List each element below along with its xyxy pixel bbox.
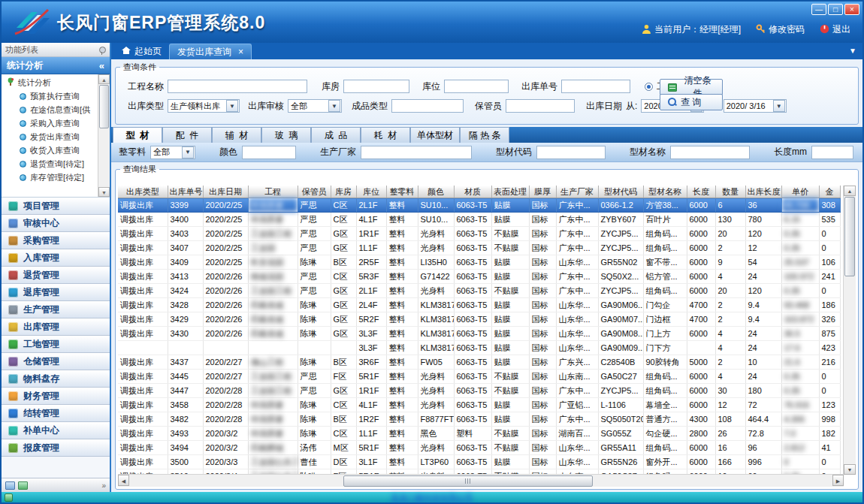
sidebar-section-statistics[interactable]: 统计分析 « bbox=[2, 57, 110, 74]
minimize-button[interactable]: — bbox=[811, 4, 826, 15]
column-header[interactable]: 整零料 bbox=[386, 186, 418, 198]
scroll-thumb[interactable] bbox=[99, 85, 109, 128]
table-row[interactable]: 调拨出库34002020/2/25华润原著严思C区4L1F整料SU10...60… bbox=[118, 213, 840, 227]
scroll-thumb[interactable] bbox=[844, 197, 855, 276]
scroll-up-icon[interactable]: ▲ bbox=[844, 186, 856, 196]
table-row[interactable]: 调拨出库34822020/2/28华润原著陈琳B区1R2F整料F8877FT60… bbox=[118, 412, 840, 427]
vertical-scrollbar[interactable]: ▲ ▼ bbox=[843, 186, 856, 475]
tab-close-icon[interactable]: × bbox=[238, 47, 243, 56]
column-header[interactable]: 数量 bbox=[715, 186, 745, 198]
table-row[interactable]: 调拨出库34292020/2/26石碣名城陈琳G区5R2F整料KLM381760… bbox=[118, 312, 840, 327]
column-header[interactable]: 膜厚 bbox=[529, 186, 556, 198]
close-button[interactable]: × bbox=[844, 4, 859, 15]
column-header[interactable]: 保管员 bbox=[298, 186, 331, 198]
material-tab[interactable]: 配 件 bbox=[162, 127, 212, 143]
out-type-select[interactable]: 生产领料出库 ▼ bbox=[168, 99, 240, 113]
tree-root[interactable]: 统计分析 bbox=[2, 76, 110, 89]
sidebar-item-出库管理[interactable]: 出库管理 bbox=[2, 318, 110, 336]
column-header[interactable]: 工程 bbox=[248, 186, 298, 198]
location-input[interactable] bbox=[444, 80, 509, 93]
column-header[interactable]: 型材代码 bbox=[598, 186, 643, 198]
column-header[interactable]: 出库日期 bbox=[203, 186, 248, 198]
sidebar-item-结转管理[interactable]: 结转管理 bbox=[2, 405, 110, 422]
column-header[interactable]: 长度 bbox=[687, 186, 715, 198]
table-row[interactable]: 调拨出库34072020/2/25工业园严思G区1L1F整料光身料6063-T5… bbox=[118, 241, 840, 255]
length-input[interactable] bbox=[811, 146, 853, 159]
tab-overflow-icon[interactable]: ▼ bbox=[849, 47, 856, 55]
sidebar-item-审核中心[interactable]: 审核中心 bbox=[2, 215, 110, 232]
computer-icon[interactable] bbox=[5, 481, 15, 490]
warehouse-input[interactable] bbox=[343, 80, 409, 93]
material-tab[interactable]: 成 品 bbox=[311, 127, 361, 143]
change-password-button[interactable]: 修改密码 bbox=[756, 23, 805, 36]
table-row[interactable]: 调拨出库33992020/2/25华润原著严思C区2L1F整料SU10...60… bbox=[118, 198, 840, 213]
material-tab[interactable]: 玻 璃 bbox=[261, 127, 311, 143]
footer-chevrons-icon[interactable]: » bbox=[101, 481, 106, 490]
material-tab[interactable]: 辅 材 bbox=[212, 127, 261, 143]
material-tab[interactable]: 单体型材 bbox=[410, 127, 460, 143]
scroll-left-icon[interactable]: ◀ bbox=[118, 475, 129, 486]
sidebar-item-项目管理[interactable]: 项目管理 bbox=[2, 198, 110, 215]
tab-home[interactable]: 起始页 bbox=[114, 43, 169, 59]
logout-button[interactable]: 退出 bbox=[820, 23, 850, 36]
scroll-thumb[interactable] bbox=[343, 475, 593, 487]
sidebar-item-仓储管理[interactable]: 仓储管理 bbox=[2, 353, 110, 370]
tree-item[interactable]: 退货查询[待定] bbox=[2, 157, 110, 171]
tab-shipping-outbound-query[interactable]: 发货出库查询 × bbox=[169, 44, 252, 59]
color-input[interactable] bbox=[242, 146, 296, 159]
clear-conditions-button[interactable]: 清空条件 bbox=[660, 79, 723, 95]
column-header[interactable]: 出库类型 bbox=[118, 186, 168, 198]
tree-scrollbar[interactable]: ▲ ▼ bbox=[98, 74, 110, 197]
column-header[interactable]: 型材名称 bbox=[643, 186, 687, 198]
sidebar-item-工地管理[interactable]: 工地管理 bbox=[2, 336, 110, 353]
tree-item[interactable]: 收货入库查询 bbox=[2, 143, 110, 157]
tree-item[interactable]: 预算执行查询 bbox=[2, 89, 110, 103]
column-header[interactable]: 材质 bbox=[454, 186, 491, 198]
sidebar-item-补单中心[interactable]: 补单中心 bbox=[2, 422, 110, 439]
column-header[interactable]: 单价 bbox=[781, 186, 819, 198]
radio-gongzhuang[interactable] bbox=[645, 83, 653, 91]
sidebar-item-退货管理[interactable]: 退货管理 bbox=[2, 267, 110, 284]
column-header[interactable]: 表面处理 bbox=[491, 186, 529, 198]
material-tab[interactable]: 型 材 bbox=[113, 127, 162, 143]
pin-icon[interactable] bbox=[99, 47, 106, 53]
tree-item[interactable]: 发货出库查询 bbox=[2, 130, 110, 143]
table-row[interactable]: 3L3F整料KLM38176063-T5贴膜国标山东华...GA90M09...… bbox=[118, 341, 840, 355]
sidebar-item-财务管理[interactable]: 财务管理 bbox=[2, 388, 110, 405]
table-row[interactable]: 调拨出库34242020/2/26工业园工程严思G区2L1F整料光身料6063-… bbox=[118, 284, 840, 298]
table-row[interactable]: 调拨出库34132020/2/26南城花园严思C区5R3F整料G71422606… bbox=[118, 270, 840, 284]
horizontal-scrollbar[interactable]: ◀ ▶ bbox=[118, 474, 844, 487]
column-header[interactable]: 颜色 bbox=[418, 186, 454, 198]
sidebar-item-报废管理[interactable]: 报废管理 bbox=[2, 439, 110, 457]
sidebar-item-生产管理[interactable]: 生产管理 bbox=[2, 301, 110, 318]
order-no-input[interactable] bbox=[561, 80, 630, 93]
column-header[interactable]: 出库长度 bbox=[745, 186, 781, 198]
column-header[interactable]: 库房 bbox=[331, 186, 356, 198]
table-row[interactable]: 调拨出库34092020/2/25长安花园陈琳B区2R5F整料LI35H0606… bbox=[118, 255, 840, 270]
column-header[interactable]: 金 bbox=[819, 186, 840, 198]
sidebar-item-采购管理[interactable]: 采购管理 bbox=[2, 232, 110, 249]
collapse-icon[interactable]: « bbox=[99, 60, 104, 71]
whole-piece-select[interactable]: 全部 ▼ bbox=[150, 146, 195, 159]
date-to-picker[interactable]: 2020/ 3/16 ▼ bbox=[724, 99, 787, 113]
search-button[interactable]: 查 询 bbox=[660, 94, 723, 110]
tree-item[interactable]: 采购入库查询 bbox=[2, 116, 110, 130]
sidebar-item-退库管理[interactable]: 退库管理 bbox=[2, 284, 110, 301]
table-row[interactable]: 调拨出库35002020/3/3工业园公共工程曹佳D区3L1F整料LT3P606… bbox=[118, 455, 840, 469]
table-row[interactable]: 调拨出库34472020/2/28工业园工程严思G区1R1F整料光身料6063-… bbox=[118, 384, 840, 398]
material-tab[interactable]: 耗 材 bbox=[361, 127, 410, 143]
product-type-input[interactable] bbox=[391, 99, 464, 113]
scroll-down-icon[interactable]: ▼ bbox=[98, 187, 110, 197]
table-row[interactable]: 调拨出库34452020/2/27工业园工程严思F区5R1F整料光身料6063-… bbox=[118, 370, 840, 384]
table-row[interactable]: 调拨出库34932020/3/2华润原著陈琳C区1L1F整料黑色塑料不贴膜国标湖… bbox=[118, 427, 840, 441]
column-header[interactable]: 出库单号 bbox=[168, 186, 203, 198]
maximize-button[interactable]: □ bbox=[828, 4, 843, 15]
table-row[interactable]: 调拨出库34582020/2/28华润原著陈琳C区4L1F整料光身料6063-T… bbox=[118, 398, 840, 412]
profile-name-input[interactable] bbox=[670, 146, 750, 159]
profile-code-input[interactable] bbox=[536, 146, 606, 159]
material-tab[interactable]: 隔 热 条 bbox=[460, 127, 509, 143]
table-row[interactable]: 调拨出库34302020/2/26石碣名城陈琳G区3L3F整料KLM381760… bbox=[118, 327, 840, 341]
tree-item[interactable]: 在途信息查询[供 bbox=[2, 103, 110, 116]
table-row[interactable]: 调拨出库34282020/2/26石碣名城陈琳G区2L4F整料KLM381760… bbox=[118, 298, 840, 312]
scroll-up-icon[interactable]: ▲ bbox=[98, 74, 110, 84]
